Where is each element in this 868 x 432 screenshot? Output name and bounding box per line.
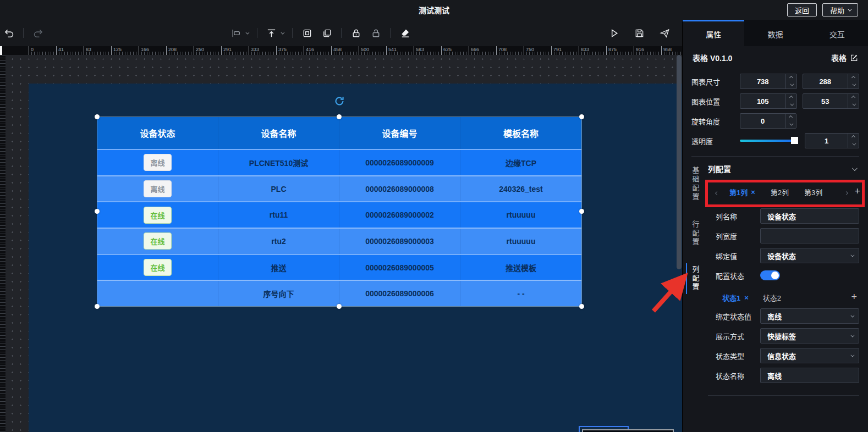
ruler-label: 41 [56, 46, 64, 55]
close-icon[interactable]: × [751, 188, 755, 196]
ruler-label: 250 [194, 46, 204, 55]
sidetab-column-config[interactable]: 列配置 [686, 263, 704, 294]
tab-properties[interactable]: 属性 [683, 20, 744, 46]
help-button[interactable]: 帮助 [822, 3, 858, 16]
resize-handle[interactable] [579, 304, 584, 309]
column-config-section-header[interactable]: 列配置 [707, 158, 868, 180]
height-input[interactable]: 288 [803, 74, 860, 89]
resize-handle[interactable] [95, 114, 100, 119]
chevron-down-icon [245, 30, 249, 34]
cell-name: rtu11 [218, 202, 339, 228]
stepper[interactable] [848, 134, 859, 148]
align-top-dropdown[interactable] [266, 28, 283, 38]
state-name-value[interactable] [761, 368, 859, 383]
pos-y-input[interactable]: 53 [803, 93, 860, 109]
duplicate-icon[interactable] [321, 27, 332, 38]
design-canvas[interactable]: 设备状态 设备名称 设备编号 模板名称 离线 PLCNET510测试 00000… [29, 84, 682, 432]
publish-icon[interactable] [659, 27, 670, 38]
scroll-left-icon[interactable] [712, 188, 722, 196]
state-name-input[interactable] [760, 368, 859, 383]
resize-handle[interactable] [579, 114, 584, 119]
save-icon[interactable] [634, 27, 645, 38]
sidetab-basic-config[interactable]: 基础配置 [686, 164, 704, 204]
opacity-slider[interactable] [740, 140, 795, 142]
stepper[interactable] [785, 114, 796, 128]
ruler-label: 625 [441, 46, 452, 55]
eraser-icon[interactable] [399, 27, 410, 38]
resize-handle[interactable] [337, 114, 342, 119]
column-width-input[interactable] [760, 228, 859, 243]
cell-code: 0000026089000009 [339, 150, 460, 175]
tab-data[interactable]: 数据 [744, 20, 806, 46]
slider-handle[interactable] [791, 137, 798, 144]
column-tab-2[interactable]: 第2列 [763, 187, 796, 197]
group-icon[interactable] [301, 27, 312, 38]
resize-handle[interactable] [95, 209, 100, 214]
column-width-value[interactable] [761, 229, 859, 243]
table-header: 设备编号 [339, 117, 460, 149]
sidetab-row-config[interactable]: 行配置 [686, 218, 704, 249]
status-badge: 在线 [144, 232, 171, 250]
ruler-label: 500 [359, 46, 369, 55]
cell-code: 0000026089000003 [339, 229, 460, 254]
close-icon[interactable]: × [744, 293, 749, 302]
workspace[interactable]: 设备状态 设备名称 设备编号 模板名称 离线 PLCNET510测试 00000… [0, 55, 682, 432]
column-tab-1[interactable]: 第1列 × [722, 187, 763, 197]
minimap-frame [582, 429, 674, 432]
resize-handle[interactable] [337, 304, 342, 309]
stepper[interactable] [785, 94, 796, 108]
align-horizontal-dropdown[interactable] [231, 28, 248, 38]
table-widget[interactable]: 设备状态 设备名称 设备编号 模板名称 离线 PLCNET510测试 00000… [97, 117, 581, 306]
display-mode-select[interactable]: 快捷标签 [760, 328, 859, 344]
editor-app: 测试测试 返回 帮助 [0, 0, 868, 432]
rotation-input[interactable]: 0 [740, 113, 796, 129]
table-row: 离线 PLC 0000026089000008 240326_test [97, 175, 581, 202]
ruler-label: 125 [111, 46, 122, 55]
unlock-icon[interactable] [370, 27, 381, 38]
cell-template: 240326_test [460, 176, 581, 202]
preview-icon[interactable] [608, 27, 619, 38]
widget-type-link[interactable]: 表格 [831, 52, 858, 63]
ruler-label: 291 [221, 46, 232, 55]
ruler-corner [0, 46, 2, 55]
table-body: 离线 PLCNET510测试 0000026089000009 边缘TCP 离线… [97, 149, 581, 306]
back-button[interactable]: 返回 [787, 3, 817, 16]
bind-value-select[interactable]: 设备状态 [760, 248, 859, 263]
cell-status: 离线 [97, 176, 218, 202]
table-header: 模板名称 [460, 117, 581, 149]
add-column-icon[interactable]: + [851, 186, 862, 198]
column-tab-3[interactable]: 第3列 [796, 187, 830, 197]
vertical-scrollbar[interactable] [677, 55, 682, 269]
ruler-label: 375 [276, 46, 287, 55]
cell-code: 0000026089000002 [339, 202, 460, 228]
state-tab-2[interactable]: 状态2 [763, 292, 795, 303]
state-type-select[interactable]: 信息状态 [760, 348, 859, 363]
resize-handle[interactable] [579, 209, 584, 214]
stepper[interactable] [785, 74, 796, 88]
redo-icon[interactable] [32, 27, 43, 38]
cell-status: 在线 [97, 229, 218, 254]
tab-interaction[interactable]: 交互 [806, 20, 868, 46]
column-name-value[interactable] [761, 209, 859, 223]
refresh-icon[interactable] [333, 95, 345, 107]
opacity-input[interactable]: 1 [805, 133, 859, 148]
pos-x-input[interactable]: 105 [740, 93, 797, 109]
column-name-input[interactable] [760, 208, 859, 224]
stepper[interactable] [848, 74, 859, 88]
ruler-label: 833 [579, 46, 589, 55]
width-input[interactable]: 738 [740, 74, 797, 89]
status-badge: 在线 [144, 207, 171, 224]
status-badge: 离线 [144, 154, 171, 171]
ruler-label: 458 [331, 46, 342, 55]
state-tab-1[interactable]: 状态1 × [722, 292, 763, 303]
lock-icon[interactable] [350, 27, 361, 38]
scroll-right-icon[interactable] [842, 188, 851, 196]
add-state-icon[interactable]: + [848, 291, 859, 304]
properties-panel: 属性 数据 交互 表格 V0.1.0 表格 图表尺寸 738 [682, 20, 868, 432]
undo-icon[interactable] [3, 27, 14, 38]
stepper[interactable] [848, 94, 859, 108]
ruler-label: 333 [249, 46, 259, 55]
resize-handle[interactable] [95, 304, 100, 309]
config-state-toggle[interactable] [760, 270, 780, 280]
bind-state-select[interactable]: 离线 [760, 308, 859, 324]
